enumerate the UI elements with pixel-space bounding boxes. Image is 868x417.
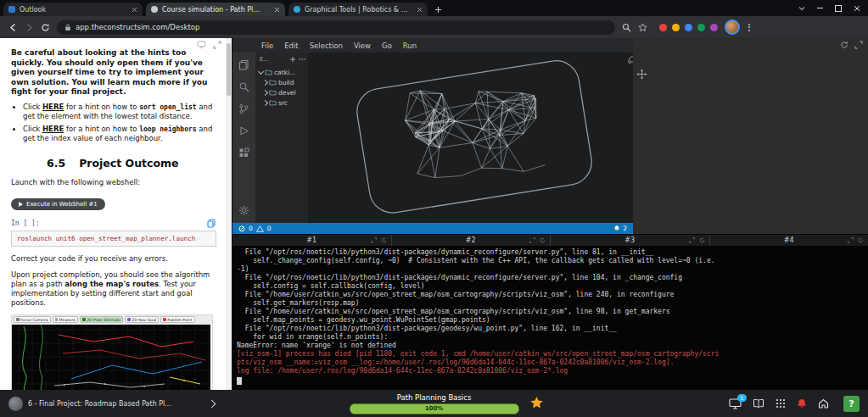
restart-shell-icon[interactable] (540, 237, 546, 243)
tab-search-chevron-icon[interactable] (798, 5, 805, 12)
extensions-icon[interactable] (238, 147, 249, 158)
close-tab-icon[interactable] (274, 7, 280, 13)
next-unit-chevron[interactable] (208, 399, 216, 408)
webshell-tab-bar: #1 #2 #3 #4 (232, 234, 868, 246)
hint-link[interactable]: HERE (42, 125, 64, 133)
course-progress-bar: 100% (350, 403, 519, 414)
minimize-button[interactable] (815, 4, 824, 13)
expand-panel-icon[interactable] (371, 237, 377, 243)
bookmark-star-icon[interactable] (638, 23, 647, 32)
rviz-measure-button: Measure (53, 316, 79, 323)
warning-count[interactable]: 0 (267, 225, 272, 232)
course-notes-button[interactable] (753, 398, 764, 409)
current-unit-chip[interactable]: 6 - Final Project: Roadmap Based Path Pl… (8, 397, 187, 411)
new-tab-button[interactable] (431, 3, 445, 16)
run-debug-icon[interactable] (238, 125, 249, 136)
browser-tab-outlook[interactable]: Outlook (3, 3, 143, 16)
menu-run[interactable]: Run (403, 42, 417, 50)
url-bar[interactable]: app.theconstructsim.com/Desktop (57, 20, 615, 35)
close-tab-icon[interactable] (132, 7, 137, 13)
restart-shell-icon[interactable] (858, 237, 864, 243)
url-text: app.theconstructsim.com/Desktop (76, 23, 199, 31)
graph-visualization-view[interactable] (308, 53, 633, 223)
expand-panel-icon[interactable] (854, 41, 863, 49)
sync-icon[interactable] (840, 41, 848, 49)
extension-icon[interactable] (710, 24, 718, 31)
close-window-button[interactable] (853, 4, 861, 13)
new-file-icon[interactable] (289, 56, 296, 63)
errors-icon (238, 225, 245, 232)
code-cell-input[interactable]: roslaunch unit6 open_street_map_planner.… (11, 231, 216, 247)
tree-item-src[interactable]: src (255, 97, 308, 108)
search-icon[interactable] (622, 23, 631, 32)
terminal-line: -1) (237, 265, 864, 274)
error-count[interactable]: 0 (249, 225, 253, 232)
outlook-favicon (8, 6, 15, 13)
section-heading: 6.5 Project Outcome (47, 157, 216, 170)
tree-item-devel[interactable]: devel (255, 87, 308, 97)
expand-panel-icon[interactable] (848, 237, 854, 243)
expand-panel-icon[interactable] (213, 41, 221, 49)
restart-shell-icon[interactable] (381, 237, 387, 243)
hint-link[interactable]: HERE (42, 103, 64, 111)
desktop-view-button[interactable]: 1 (729, 398, 742, 409)
webshell-tab-3[interactable]: #3 (550, 235, 709, 246)
notifications-bell-icon[interactable] (613, 225, 620, 232)
favorite-star-icon[interactable] (529, 396, 544, 410)
refresh-button[interactable] (41, 23, 50, 32)
menu-file[interactable]: File (261, 42, 273, 50)
correct-code-note: Correct your code if you receive any err… (11, 254, 216, 264)
execute-webshell-button[interactable]: Execute in WebShell #1 (11, 198, 105, 210)
menu-go[interactable]: Go (382, 42, 392, 50)
extension-icon[interactable] (659, 24, 667, 31)
play-icon (19, 202, 23, 207)
home-button[interactable] (818, 398, 829, 409)
source-control-icon[interactable] (238, 103, 249, 114)
browser-menu-button[interactable] (747, 22, 752, 33)
browser-tab-graphical-tools[interactable]: Graphical Tools | Robotics & RO... (288, 3, 428, 16)
back-button[interactable] (8, 23, 18, 32)
copy-code-icon[interactable] (207, 219, 216, 228)
alerts-button[interactable] (797, 398, 807, 409)
restart-shell-icon[interactable] (699, 237, 705, 243)
display-icon[interactable] (197, 41, 206, 48)
menu-selection[interactable]: Selection (310, 42, 343, 50)
expand-panel-icon[interactable] (689, 237, 695, 243)
construct-taskbar: 6 - Final Project: Roadmap Based Path Pl… (0, 390, 868, 417)
more-actions-icon[interactable] (299, 56, 305, 63)
folder-icon (269, 89, 277, 96)
extension-icons (659, 24, 718, 31)
webshell-tab-4[interactable]: #4 (709, 235, 868, 246)
help-button[interactable]: ? (843, 396, 860, 412)
tree-item-build[interactable]: build (255, 77, 308, 87)
launch-instruction: Launch with the following webshell: (11, 178, 216, 187)
extension-icon[interactable] (672, 24, 680, 31)
maximize-button[interactable] (834, 4, 843, 13)
close-tab-icon[interactable] (417, 7, 423, 13)
forward-button[interactable] (25, 23, 34, 32)
menu-edit[interactable]: Edit (284, 42, 298, 50)
extension-icon[interactable] (697, 24, 705, 31)
webshell-terminal[interactable]: File "/opt/ros/noetic/lib/python3/dist-p… (232, 246, 868, 390)
tree-item-catkin-ws[interactable]: catki... (255, 67, 308, 77)
scrollbar-thumb[interactable] (227, 43, 231, 96)
inline-code: loop neighbors (139, 125, 196, 133)
search-icon[interactable] (238, 81, 249, 92)
expand-panel-icon[interactable] (529, 237, 535, 243)
browser-tab-course-simulation[interactable]: Course simulation - Path Pl... (146, 3, 285, 16)
chevron-right-icon (262, 79, 268, 85)
settings-gear-icon[interactable] (238, 205, 249, 216)
profile-avatar[interactable] (725, 19, 740, 35)
webshell-tab-1[interactable]: #1 (232, 235, 391, 246)
expand-panel-icon[interactable] (628, 55, 633, 64)
hint-item-sort-open-list: Click HERE for a hint on how to sort ope… (23, 103, 216, 121)
menu-view[interactable]: View (354, 42, 371, 50)
course-notebook-panel: Be careful about looking at the hints to… (0, 38, 232, 390)
extension-icon[interactable] (685, 24, 692, 31)
folder-icon (269, 99, 277, 106)
explorer-icon[interactable] (238, 59, 249, 70)
notebook-scrollbar[interactable] (226, 38, 232, 390)
webshell-tab-2[interactable]: #2 (391, 235, 551, 246)
notification-count[interactable]: 2 (623, 225, 627, 232)
apps-grid-button[interactable] (776, 398, 786, 409)
